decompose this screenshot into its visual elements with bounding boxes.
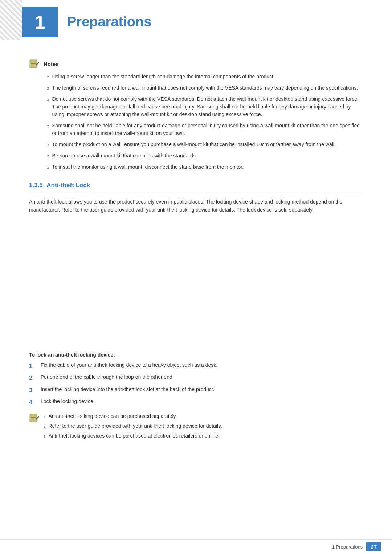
sub-note-bullet-3: z	[44, 433, 46, 439]
notes-list: z Using a screw longer than the standard…	[29, 73, 363, 171]
svg-rect-5	[30, 414, 37, 422]
note-item-5: z To mount the product on a wall, ensure…	[36, 141, 363, 148]
chapter-number: 1	[22, 7, 58, 37]
sub-note-item-3: z Anti-theft locking devices can be purc…	[44, 432, 363, 440]
section-number: 1.3.5	[29, 182, 43, 189]
step-text-2: Put one end of the cable through the loo…	[41, 373, 174, 381]
bullet-6: z	[47, 153, 49, 159]
notes-icon	[29, 59, 40, 69]
page-footer: 1 Preparations 27	[0, 539, 392, 554]
bullet-2: z	[47, 85, 49, 91]
step-item-4: 4 Lock the locking device.	[29, 398, 363, 407]
svg-rect-0	[30, 60, 37, 68]
note-item-3: z Do not use screws that do not comply w…	[36, 95, 363, 118]
step-text-3: Insert the locking device into the anti-…	[41, 386, 215, 393]
sub-notes-list: z An anti-theft locking device can be pu…	[44, 413, 363, 442]
note-text-5: To mount the product on a wall, ensure y…	[52, 141, 336, 148]
note-text-1: Using a screw longer than the standard l…	[52, 73, 275, 81]
section-title: Anti-theft Lock	[46, 182, 90, 189]
bullet-1: z	[47, 74, 49, 80]
sub-note-item-2: z Refer to the user guide provided with …	[44, 422, 363, 430]
step-item-3: 3 Insert the locking device into the ant…	[29, 386, 363, 395]
step-number-4: 4	[29, 398, 36, 407]
note-text-6: Be sure to use a wall-mount kit that com…	[52, 152, 197, 160]
section-heading: 1.3.5 Anti-theft Lock	[29, 182, 363, 192]
footer-page-number: 27	[366, 542, 381, 551]
section-body: An anti-theft lock allows you to use the…	[29, 198, 363, 214]
sub-note-item-1: z An anti-theft locking device can be pu…	[44, 413, 363, 420]
step-item-2: 2 Put one end of the cable through the l…	[29, 373, 363, 383]
sub-note-bullet-2: z	[44, 423, 46, 430]
note-item-2: z The length of screws required for a wa…	[36, 84, 363, 92]
note-item-1: z Using a screw longer than the standard…	[36, 73, 363, 81]
step-text-1: Fix the cable of your anti-theft locking…	[41, 361, 217, 369]
steps-section: To lock an anti-theft locking device: 1 …	[29, 352, 363, 442]
step-number-3: 3	[29, 386, 36, 395]
step-item-1: 1 Fix the cable of your anti-theft locki…	[29, 361, 363, 371]
sub-note-text-1: An anti-theft locking device can be purc…	[49, 413, 177, 420]
note-text-3: Do not use screws that do not comply wit…	[52, 95, 363, 118]
main-content: Notes z Using a screw longer than the st…	[0, 48, 392, 453]
note-text-2: The length of screws required for a wall…	[52, 84, 358, 92]
step-text-4: Lock the locking device.	[41, 398, 95, 405]
bullet-5: z	[47, 142, 49, 148]
step-number-2: 2	[29, 373, 36, 383]
note-item-7: z To install the monitor using a wall mo…	[36, 163, 363, 171]
steps-header: To lock an anti-theft locking device:	[29, 352, 363, 358]
chapter-title: Preparations	[67, 14, 151, 30]
notes-block: Notes z Using a screw longer than the st…	[29, 59, 363, 171]
sub-note-bullet-1: z	[44, 414, 46, 420]
chapter-header: 1 Preparations	[0, 0, 392, 48]
sub-notes-block: z An anti-theft locking device can be pu…	[29, 413, 363, 442]
sub-note-text-3: Anti-theft locking devices can be purcha…	[49, 432, 220, 440]
bullet-7: z	[47, 164, 49, 171]
sub-note-text-2: Refer to the user guide provided with yo…	[49, 422, 222, 430]
notes-label: Notes	[44, 61, 59, 67]
step-number-1: 1	[29, 361, 36, 371]
note-item-4: z Samsung shall not be held liable for a…	[36, 122, 363, 137]
note-item-6: z Be sure to use a wall-mount kit that c…	[36, 152, 363, 160]
sub-notes-icon	[29, 413, 40, 423]
bullet-3: z	[47, 97, 49, 103]
footer-chapter-label: 1 Preparations	[332, 544, 363, 550]
note-text-4: Samsung shall not be held liable for any…	[52, 122, 363, 137]
note-text-7: To install the monitor using a wall moun…	[52, 163, 244, 171]
bullet-4: z	[47, 123, 49, 129]
notes-header: Notes	[29, 59, 363, 69]
